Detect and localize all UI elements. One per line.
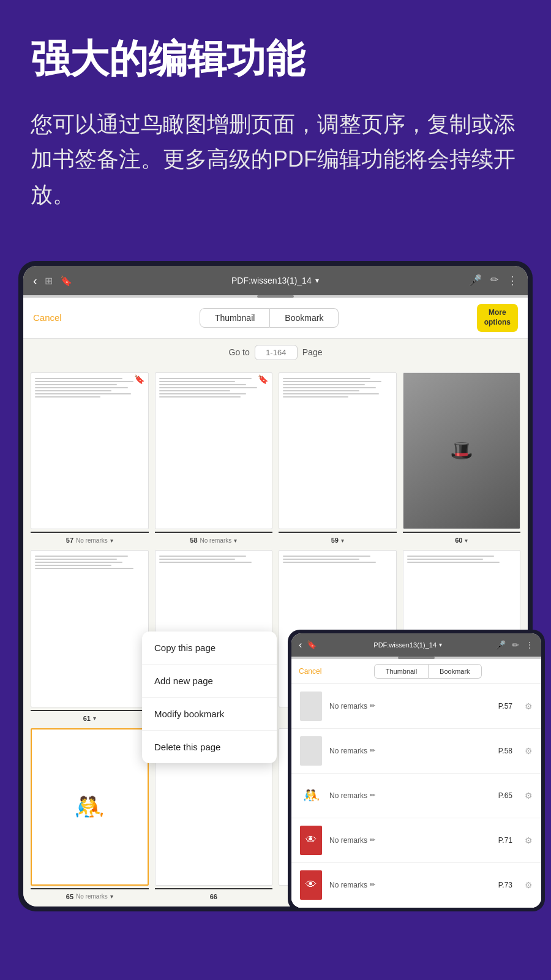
thumb-underline-65	[31, 888, 149, 889]
tab-bookmark[interactable]: Bookmark	[270, 308, 339, 328]
bm-page-71: P.71	[498, 836, 512, 845]
thumb-underline-57	[31, 532, 149, 533]
thumbnail-57[interactable]: 🔖 57 No rem	[31, 372, 149, 545]
thumb-dropdown-60[interactable]: ▾	[465, 537, 468, 544]
second-cancel-button[interactable]: Cancel	[299, 667, 321, 676]
thumb-img-58: 🔖	[155, 372, 273, 530]
bm-page-58: P.58	[498, 747, 512, 755]
bm-info-71: No remarks ✏	[329, 836, 491, 845]
second-tab-thumbnail[interactable]: Thumbnail	[374, 664, 429, 679]
thumb-underline-61	[31, 710, 149, 711]
thumbnail-65[interactable]: 🤼 65 No remarks ▾	[31, 728, 149, 900]
bm-pencil-58[interactable]: ✏	[370, 747, 375, 755]
back-icon[interactable]: ‹	[33, 274, 37, 288]
thumbnails-row-1: 🔖 57 No rem	[23, 366, 528, 551]
thumb-label-57: 57 No remarks ▾	[66, 537, 113, 544]
second-topbar-right: 🎤 ✏ ⋮	[495, 640, 534, 650]
thumb-dropdown-58[interactable]: ▾	[234, 537, 237, 544]
second-tab-bookmark[interactable]: Bookmark	[429, 664, 482, 679]
context-add-page[interactable]: Add new page	[142, 665, 277, 698]
bm-info-65: No remarks ✏	[329, 791, 491, 800]
bm-info-58: No remarks ✏	[329, 747, 491, 755]
bm-pencil-73[interactable]: ✏	[370, 881, 375, 889]
thumbnail-59[interactable]: 59 ▾	[279, 372, 397, 545]
topbar-title: PDF:wissen13(1)_14 ▾	[82, 276, 468, 285]
bm-settings-65[interactable]: ⚙	[525, 791, 533, 801]
second-title-text: PDF:wissen13(1)_14	[373, 641, 437, 649]
thumb-dropdown-57[interactable]: ▾	[110, 537, 113, 544]
thumb-underline-60	[403, 532, 521, 533]
thumb-img-60: 🎩	[403, 372, 521, 530]
bm-settings-58[interactable]: ⚙	[525, 746, 533, 756]
second-mic-icon[interactable]: 🎤	[495, 640, 506, 650]
bm-remark-57: No remarks	[329, 702, 367, 710]
context-copy-page[interactable]: Copy this page	[142, 631, 277, 665]
bm-pencil-57[interactable]: ✏	[370, 702, 375, 710]
mic-icon[interactable]: 🎤	[468, 274, 482, 287]
thumb-label-66: 66	[210, 893, 217, 900]
topbar-chevron-icon[interactable]: ▾	[315, 276, 319, 285]
second-topbar: ‹ 🔖 PDF:wissen13(1)_14 ▾ 🎤 ✏ ⋮	[291, 633, 541, 657]
bm-pencil-71[interactable]: ✏	[370, 836, 375, 844]
bookmark-item-57[interactable]: No remarks ✏ P.57 ⚙	[291, 684, 541, 729]
bookmark-item-71[interactable]: 👁 No remarks ✏ P.71 ⚙	[291, 818, 541, 863]
thumb-text-57	[31, 373, 148, 402]
cancel-button[interactable]: Cancel	[33, 312, 62, 323]
bm-settings-71[interactable]: ⚙	[525, 835, 533, 845]
bookmark-icon[interactable]: 🔖	[60, 275, 72, 287]
scroll-thumb	[257, 295, 294, 298]
thumb-text-58	[156, 373, 272, 402]
tab-group: Thumbnail Bookmark	[62, 308, 477, 328]
bm-thumb-71: 👁	[300, 826, 322, 855]
context-modify-bookmark[interactable]: Modify bookmark	[142, 698, 277, 731]
tablet-topbar: ‹ ⊞ 🔖 PDF:wissen13(1)_14 ▾ 🎤 ✏ ⋮	[23, 266, 528, 295]
bookmark-item-65[interactable]: 🤼 No remarks ✏ P.65 ⚙	[291, 774, 541, 818]
bm-thumb-57	[300, 692, 322, 721]
bookmark-icon-57: 🔖	[134, 374, 144, 384]
thumb-underline-59	[279, 532, 397, 533]
thumb-dropdown-65[interactable]: ▾	[110, 893, 113, 900]
bm-page-73: P.73	[498, 881, 512, 889]
bookmark-list: No remarks ✏ P.57 ⚙ No remarks ✏ P.58 ⚙	[291, 684, 541, 908]
description-text: 您可以通过鸟瞰图增删页面，调整页序，复制或添加书签备注。更多高级的PDF编辑功能…	[31, 107, 520, 213]
bm-pencil-65[interactable]: ✏	[370, 791, 375, 799]
goto-input[interactable]	[255, 345, 298, 360]
thumb-label-58: 58 No remarks ▾	[190, 537, 237, 544]
context-menu: Copy this page Add new page Modify bookm…	[142, 631, 277, 763]
goto-bar: Go to Page	[23, 339, 528, 366]
second-bookmark-icon[interactable]: 🔖	[307, 640, 317, 649]
thumbnail-61[interactable]: 61 ▾	[31, 550, 149, 722]
thumb-label-61: 61 ▾	[83, 715, 96, 722]
context-delete-page[interactable]: Delete this page	[142, 731, 277, 763]
header-section: 强大的编辑功能 您可以通过鸟瞰图增删页面，调整页序，复制或添加书签备注。更多高级…	[0, 0, 551, 236]
pen-icon[interactable]: ✏	[490, 274, 498, 287]
second-tablet-screen: ‹ 🔖 PDF:wissen13(1)_14 ▾ 🎤 ✏ ⋮ Cancel	[291, 633, 541, 908]
more-options-button[interactable]: Moreoptions	[477, 304, 518, 331]
thumb-art-65: 🤼	[74, 793, 105, 821]
thumbnail-58[interactable]: 🔖 58 No rem	[155, 372, 273, 545]
second-pen-icon[interactable]: ✏	[512, 640, 519, 650]
second-toolbar: Cancel Thumbnail Bookmark	[291, 659, 541, 684]
second-back-icon[interactable]: ‹	[299, 639, 302, 650]
device-area: ‹ ⊞ 🔖 PDF:wissen13(1)_14 ▾ 🎤 ✏ ⋮	[0, 236, 551, 911]
second-more-icon[interactable]: ⋮	[525, 640, 534, 650]
bookmark-item-73[interactable]: 👁 No remarks ✏ P.73 ⚙	[291, 863, 541, 908]
thumbnail-toolbar: Cancel Thumbnail Bookmark Moreoptions	[23, 298, 528, 338]
second-chevron-icon[interactable]: ▾	[439, 641, 442, 648]
bm-settings-73[interactable]: ⚙	[525, 880, 533, 890]
second-topbar-title: PDF:wissen13(1)_14 ▾	[320, 641, 495, 649]
bookmark-item-58[interactable]: No remarks ✏ P.58 ⚙	[291, 729, 541, 774]
tab-thumbnail[interactable]: Thumbnail	[200, 308, 270, 328]
bm-page-57: P.57	[498, 702, 512, 710]
thumb-label-60: 60 ▾	[455, 537, 468, 544]
page-label: Page	[302, 347, 323, 357]
thumb-img-65: 🤼	[31, 728, 149, 886]
bm-remark-58: No remarks	[329, 747, 367, 755]
grid-icon[interactable]: ⊞	[45, 275, 53, 287]
second-tablet-mockup: ‹ 🔖 PDF:wissen13(1)_14 ▾ 🎤 ✏ ⋮ Cancel	[288, 630, 545, 911]
bm-settings-57[interactable]: ⚙	[525, 701, 533, 711]
thumb-dropdown-61[interactable]: ▾	[93, 715, 96, 722]
more-icon[interactable]: ⋮	[507, 274, 518, 287]
thumb-dropdown-59[interactable]: ▾	[341, 537, 344, 544]
thumbnail-60[interactable]: 🎩 60 ▾	[403, 372, 521, 545]
